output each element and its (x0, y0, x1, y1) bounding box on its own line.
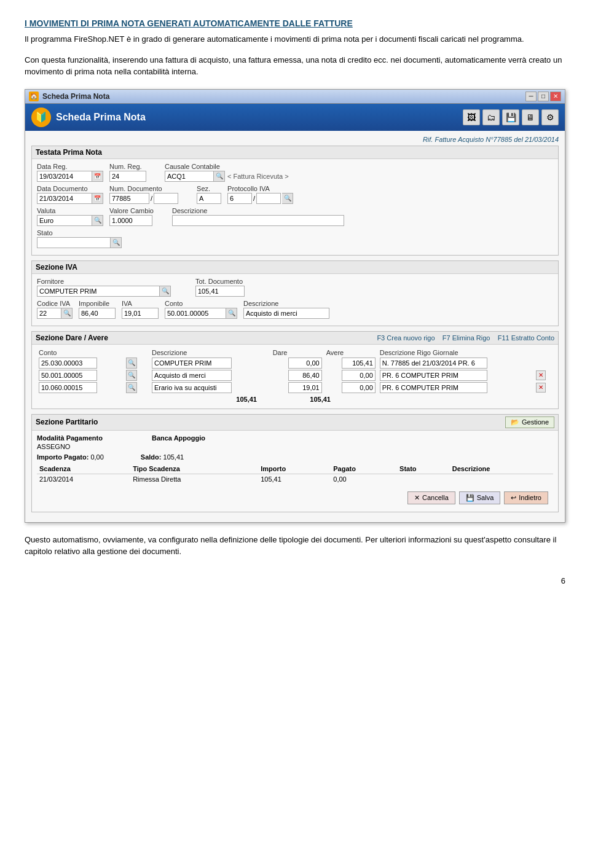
num-doc-label: Num. Documento (109, 185, 178, 192)
avere-input-0[interactable] (342, 358, 376, 369)
num-doc-sub-input[interactable] (154, 193, 178, 204)
scad-col-pagato: Pagato (331, 464, 397, 474)
causale-input[interactable] (165, 171, 214, 182)
toolbar-icon-3[interactable]: 💾 (502, 109, 519, 125)
imponibile-group: Imponibile (79, 300, 116, 319)
dare-conto-search-0[interactable]: 🔍 (126, 358, 137, 369)
tot-doc-group: Tot. Documento (195, 278, 245, 297)
partitario-header: Sezione Partitario 📂 Gestione (32, 415, 558, 431)
delete-row-btn-2[interactable]: ✕ (536, 383, 546, 393)
sez-input[interactable] (197, 193, 221, 204)
indietro-button[interactable]: ↩ Indietro (504, 491, 548, 504)
conto-iva-search-btn[interactable]: 🔍 (226, 308, 237, 319)
cancella-button[interactable]: ✕ Cancella (407, 491, 455, 504)
num-reg-input[interactable] (109, 171, 146, 182)
salva-button[interactable]: 💾 Salva (459, 491, 501, 504)
dare-conto-input-1[interactable] (39, 370, 97, 381)
protocollo-search-btn[interactable]: 🔍 (282, 193, 293, 204)
fornitore-group: Fornitore 🔍 (37, 278, 171, 297)
testata-row-4: Stato 🔍 (37, 229, 553, 248)
close-button[interactable]: ✕ (550, 92, 561, 101)
dare-input-0[interactable] (288, 358, 322, 369)
sez-group: Sez. (197, 185, 221, 204)
data-reg-cal-btn[interactable]: 📅 (92, 171, 103, 182)
valuta-search-btn[interactable]: 🔍 (92, 215, 103, 226)
desc-rigo-input-2[interactable] (380, 382, 487, 393)
avere-input-2[interactable] (342, 382, 376, 393)
toolbar-icon-2[interactable]: 🗂 (482, 109, 500, 125)
iva-input[interactable] (122, 308, 159, 319)
stato-group: Stato 🔍 (37, 229, 122, 248)
desc-rigo-input-0[interactable] (380, 358, 487, 369)
testata-title: Testata Prima Nota (32, 146, 558, 159)
valore-cambio-input[interactable] (109, 215, 152, 226)
protocollo-group: Protocollo IVA / 🔍 (227, 185, 293, 204)
intro-paragraph-1: Il programma FireShop.NET è in grado di … (25, 33, 565, 45)
indietro-icon: ↩ (511, 494, 516, 502)
descrizione-iva-input[interactable] (243, 308, 329, 319)
causale-search-btn[interactable]: 🔍 (214, 171, 225, 182)
valuta-input[interactable] (37, 215, 92, 226)
fornitore-search-btn[interactable]: 🔍 (160, 286, 171, 297)
banca-col: Banca Appoggio (152, 434, 205, 450)
conto-iva-label: Conto (165, 300, 237, 307)
dare-conto-search-2[interactable]: 🔍 (126, 382, 137, 393)
stato-label: Stato (37, 229, 122, 237)
partitario-title: Sezione Partitario (36, 418, 98, 426)
avere-input-1[interactable] (342, 370, 376, 381)
stato-input-group: 🔍 (37, 237, 122, 248)
dare-input-2[interactable] (288, 382, 322, 393)
codice-iva-input[interactable] (37, 308, 61, 319)
sezione-iva-section: Sezione IVA Fornitore 🔍 Tot. Documento (31, 260, 559, 326)
testata-row-3: Valuta 🔍 Valore Cambio Descrizione (37, 207, 553, 226)
data-doc-cal-btn[interactable]: 📅 (92, 193, 103, 204)
codice-iva-search-btn[interactable]: 🔍 (61, 308, 73, 319)
table-row: 🔍 ✕ (37, 381, 553, 394)
partitario-mod-row: Modalità Pagamento ASSEGNO Banca Appoggi… (37, 434, 553, 450)
data-reg-input[interactable] (37, 171, 92, 182)
protocollo-sub-input[interactable] (256, 193, 281, 204)
desc-rigo-input-1[interactable] (380, 370, 487, 381)
dare-conto-input-0[interactable] (39, 358, 97, 369)
dare-desc-input-2[interactable] (152, 382, 232, 393)
stato-search-btn[interactable]: 🔍 (111, 237, 122, 248)
data-doc-input[interactable] (37, 193, 92, 204)
descrizione-label: Descrizione (172, 207, 344, 214)
gestione-button[interactable]: 📂 Gestione (505, 416, 554, 428)
codice-iva-group: Codice IVA 🔍 (37, 300, 73, 319)
delete-row-btn-1[interactable]: ✕ (536, 370, 546, 380)
banca-label: Banca Appoggio (152, 434, 205, 442)
content-area: Rif. Fatture Acquisto N°77885 del 21/03/… (25, 131, 565, 522)
dare-conto-search-1[interactable]: 🔍 (126, 370, 137, 381)
totals-spacer (42, 396, 208, 403)
dare-input-1[interactable] (288, 370, 322, 381)
indietro-label: Indietro (519, 494, 541, 501)
conto-iva-input[interactable] (165, 308, 226, 319)
tot-doc-input[interactable] (195, 286, 245, 297)
partitario-content: Modalità Pagamento ASSEGNO Banca Appoggi… (32, 431, 558, 512)
imponibile-input[interactable] (79, 308, 116, 319)
num-doc-input[interactable] (109, 193, 149, 204)
col-action (534, 348, 553, 357)
toolbar-icon-5[interactable]: ⚙ (541, 109, 559, 125)
toolbar-icon-4[interactable]: 🖥 (522, 109, 539, 125)
descrizione-input[interactable] (172, 215, 344, 226)
protocollo-input[interactable] (227, 193, 252, 204)
window-controls: ─ □ ✕ (525, 92, 561, 101)
minimize-button[interactable]: ─ (525, 92, 537, 101)
restore-button[interactable]: □ (538, 92, 549, 101)
causale-input-group: 🔍 < Fattura Ricevuta > (165, 171, 289, 182)
testata-content: Data Reg. 📅 Num. Reg. Causale Contabile (32, 159, 558, 255)
dare-desc-input-0[interactable] (152, 358, 232, 369)
dare-conto-input-2[interactable] (39, 382, 97, 393)
stato-input[interactable] (37, 237, 111, 248)
f7-label: F7 Elimina Rigo (442, 334, 490, 342)
valore-cambio-group: Valore Cambio (109, 207, 154, 226)
dare-desc-input-1[interactable] (152, 370, 232, 381)
toolbar-icon-1[interactable]: 🖼 (463, 109, 480, 125)
col-avere: Avere (324, 348, 378, 357)
gestione-icon: 📂 (511, 418, 519, 426)
fornitore-input[interactable] (37, 286, 160, 297)
modalita-col: Modalità Pagamento ASSEGNO (37, 434, 103, 450)
conto-iva-group: Conto 🔍 (165, 300, 237, 319)
